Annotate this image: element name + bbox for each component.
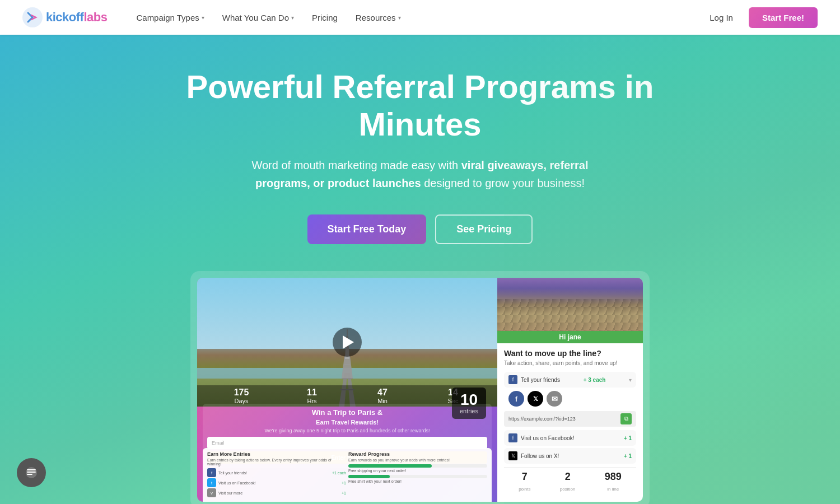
stat-points-label: points <box>519 487 530 492</box>
crowd-image <box>497 278 643 331</box>
nav-links: Campaign Types ▾ What You Can Do ▾ Prici… <box>129 10 703 26</box>
nav-right: Log In Start Free! <box>703 7 818 28</box>
hero-subtitle-plain: Word of mouth marketing made easy with <box>251 159 461 171</box>
follow-x-pts: + 1 <box>624 453 632 459</box>
reward-bar-1 <box>348 464 487 468</box>
stat-position-num: 2 <box>560 471 576 483</box>
referral-content: Want to move up the line? Take action, s… <box>497 343 643 502</box>
stat-in-line: 989 in line <box>605 471 622 493</box>
hero-subtitle: Word of mouth marketing made easy with v… <box>224 156 616 192</box>
referral-panel: Hi jane Want to move up the line? Take a… <box>497 278 643 502</box>
stat-position-label: position <box>560 487 576 492</box>
earn-section: Earn More Entries Earn entries by taking… <box>203 448 492 502</box>
earn-row-tell: f Tell your friends! +1 each <box>207 468 346 477</box>
what-you-can-do-chevron: ▾ <box>291 15 294 21</box>
fb-share-icon[interactable]: f <box>207 468 216 477</box>
x-follow-icon: 𝕏 <box>508 451 517 460</box>
stats-row: 7 points 2 position 989 in line <box>504 467 636 496</box>
follow-x-action: 𝕏 Follow us on X! + 1 <box>504 448 636 464</box>
chat-bubble[interactable] <box>17 458 46 487</box>
nav-pricing[interactable]: Pricing <box>305 10 344 26</box>
tw-share-icon[interactable]: t <box>207 478 216 487</box>
counter-days: 175 Days <box>206 388 277 404</box>
facebook-share-icon[interactable]: f <box>508 391 524 407</box>
login-link[interactable]: Log In <box>703 10 740 26</box>
reward-bar-fill-1 <box>348 464 432 468</box>
nav-logo[interactable]: kickofflabs <box>22 7 107 27</box>
stat-points: 7 points <box>519 471 530 493</box>
nav-resources[interactable]: Resources ▾ <box>349 10 408 26</box>
nav-what-you-can-do[interactable]: What You Can Do ▾ <box>216 10 301 26</box>
email-share-icon[interactable]: ✉ <box>547 391 562 407</box>
reward-desc: Earn rewards as you improve your odds wi… <box>348 458 487 462</box>
svg-point-9 <box>26 467 37 478</box>
giveaway-panel: 175 Days 11 Hrs 47 Min 14 Sec <box>197 278 497 502</box>
giveaway-title2: Earn Travel Rewards! <box>207 419 487 426</box>
referral-title: Want to move up the line? <box>504 349 636 358</box>
svg-marker-3 <box>342 356 353 379</box>
counter-hours: 11 Hrs <box>277 388 347 404</box>
hero-section: Powerful Referral Programs in Minutes Wo… <box>0 35 840 504</box>
hi-banner: Hi jane <box>497 331 643 343</box>
giveaway-desc: We're giving away one 5 night trip to Pa… <box>207 428 487 433</box>
tell-friends-pts: + 3 each <box>584 377 606 383</box>
stat-position: 2 position <box>560 471 576 493</box>
reward-bar-2 <box>348 475 487 478</box>
nav-campaign-types[interactable]: Campaign Types ▾ <box>129 10 211 26</box>
counter-min: 47 Min <box>347 388 418 404</box>
earn-title: Earn More Entries <box>207 451 346 457</box>
see-pricing-button[interactable]: See Pricing <box>435 214 533 244</box>
em-share-icon[interactable]: v <box>207 488 216 497</box>
earn-row-visit: t Visit us on Facebook! +1 <box>207 478 346 487</box>
chat-icon <box>25 466 38 479</box>
navbar: kickofflabs Campaign Types ▾ What You Ca… <box>0 0 840 35</box>
earn-row-more: v Visit our more +1 <box>207 488 346 497</box>
logo-text: kickofflabs <box>46 10 107 25</box>
hero-title: Powerful Referral Programs in Minutes <box>168 68 672 143</box>
hero-buttons: Start Free Today See Pricing <box>307 214 533 244</box>
hero-subtitle-end: designed to grow your business! <box>421 177 585 189</box>
stat-inline-num: 989 <box>605 471 622 483</box>
reward-title: Reward Progress <box>348 451 487 457</box>
twitter-x-share-icon[interactable]: 𝕏 <box>528 391 543 407</box>
stat-inline-label: in line <box>607 487 619 492</box>
referral-link-text: https://example.com/?kid=123 <box>508 416 618 422</box>
crowd-texture <box>497 299 643 331</box>
giveaway-title: Win a Trip to Paris & <box>207 408 487 417</box>
campaign-types-chevron: ▾ <box>202 15 204 21</box>
earn-desc: Earn entries by taking actions below. Ev… <box>207 458 346 466</box>
logo-icon <box>22 7 43 27</box>
visit-facebook-label: Visit us on Facebook! <box>521 435 574 441</box>
play-button[interactable] <box>333 328 362 357</box>
share-icons-row: f 𝕏 ✉ <box>504 391 636 407</box>
nav-start-free-button[interactable]: Start Free! <box>749 7 818 28</box>
play-triangle-icon <box>343 335 354 349</box>
visit-facebook-action: f Visit us on Facebook! + 1 <box>504 430 636 446</box>
copy-link-button[interactable]: ⧉ <box>620 413 632 424</box>
tell-friends-label: Tell your friends <box>521 377 560 383</box>
email-input-mock[interactable]: Email <box>207 437 487 449</box>
follow-x-label: Follow us on X! <box>521 453 559 459</box>
demo-inner: 175 Days 11 Hrs 47 Min 14 Sec <box>197 278 643 502</box>
visit-facebook-pts: + 1 <box>624 435 632 441</box>
earn-entries-col: Earn More Entries Earn entries by taking… <box>207 451 346 498</box>
referral-link-row: https://example.com/?kid=123 ⧉ <box>504 411 636 427</box>
fb-action-icon: f <box>508 375 517 384</box>
reward-progress-col: Reward Progress Earn rewards as you impr… <box>348 451 487 498</box>
fb-visit-icon: f <box>508 433 517 442</box>
referral-desc: Take action, share, earn points, and mov… <box>504 360 636 366</box>
expand-icon[interactable]: ▾ <box>629 377 632 383</box>
tell-friends-action: f Tell your friends + 3 each ▾ <box>504 372 636 388</box>
stat-points-num: 7 <box>519 471 530 483</box>
resources-chevron: ▾ <box>398 15 401 21</box>
demo-card: 175 Days 11 Hrs 47 Min 14 Sec <box>190 271 650 504</box>
reward-bar-fill-2 <box>348 475 390 478</box>
start-free-today-button[interactable]: Start Free Today <box>307 214 427 244</box>
